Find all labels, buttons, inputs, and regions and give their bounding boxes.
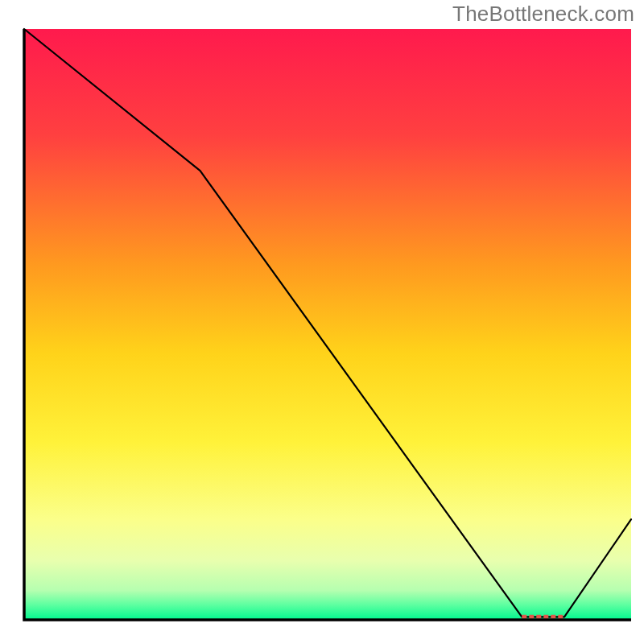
chart-container: TheBottleneck.com [0,0,644,644]
bottleneck-chart [0,0,644,644]
plot-background [24,29,631,620]
attribution-label: TheBottleneck.com [452,2,634,27]
